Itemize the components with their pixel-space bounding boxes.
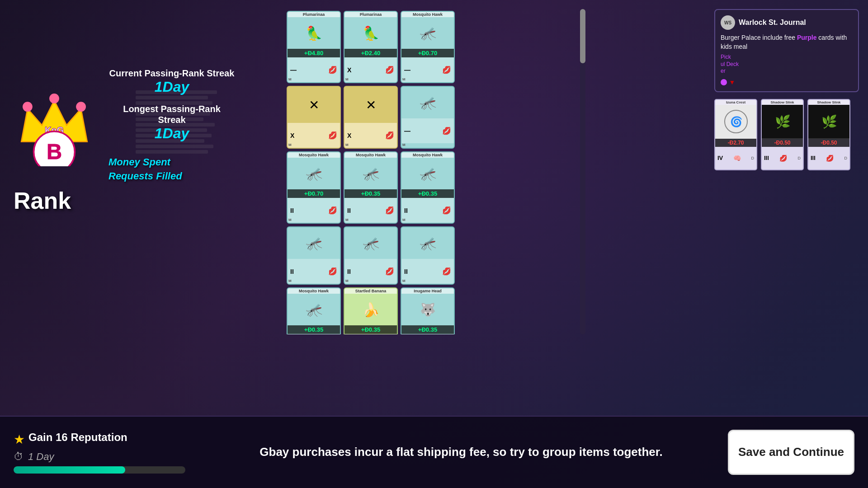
current-streak-value: 1Day (108, 79, 235, 95)
svg-text:✦: ✦ (48, 112, 55, 121)
crown-container: ✦ KoG B (9, 76, 99, 175)
list-item[interactable]: Izuna Crest 🌀 -Ð2.70 IV 🧠 D (714, 99, 757, 170)
bottom-bar: ★ Gain 16 Reputation ⏱ 1 Day Gbay purcha… (0, 416, 868, 488)
journal-dot-row: ▼ (721, 78, 853, 86)
svg-point-2 (49, 94, 59, 103)
journal-title: Warlock St. Journal (739, 19, 806, 27)
journal-logo: WS (721, 15, 735, 30)
streak-info: Current Passing-Rank Streak 1Day Longest… (108, 68, 235, 183)
card-grid-container[interactable]: Plumarinaa 🦜 +Ð4.80 — 💋 M Plumarinaa 🦜 +… (285, 9, 466, 334)
list-item[interactable]: ✕ X 💋 M (287, 86, 341, 149)
list-item[interactable]: Mosquito Hawk 🦟 +Ð0.70 — 💋 M (401, 11, 455, 83)
current-streak-block: Current Passing-Rank Streak 1Day (108, 68, 235, 95)
star-icon: ★ (14, 432, 25, 447)
right-panel: WS Warlock St. Journal Burger Palace inc… (714, 9, 859, 170)
time-value: 1 Day (28, 451, 54, 463)
bottom-center: Gbay purchases incur a flat shipping fee… (208, 445, 714, 460)
journal-arrow-icon: ▼ (729, 79, 735, 86)
requests-filled-label: Requests Filled (108, 169, 235, 183)
svg-point-3 (76, 102, 86, 112)
card-grid: Plumarinaa 🦜 +Ð4.80 — 💋 M Plumarinaa 🦜 +… (285, 9, 466, 334)
scrollbar-thumb[interactable] (580, 9, 585, 63)
list-item[interactable]: 🦟 II 💋 M (344, 226, 398, 285)
scrollbar-track[interactable] (580, 9, 585, 334)
shadow-slink-image-1: 🌿 (769, 108, 796, 135)
right-cards: Izuna Crest 🌀 -Ð2.70 IV 🧠 D Shadow Slink… (714, 99, 859, 170)
svg-text:🌀: 🌀 (730, 116, 742, 128)
list-item[interactable]: 🦟 II 💋 M (401, 226, 455, 285)
list-item[interactable]: Inugame Head 🐺 +Ð0.35 IX 🦋 D (401, 287, 455, 334)
list-item[interactable]: Mosquito Hawk 🦟 +Ð0.35 II 💋 M (344, 151, 398, 224)
list-item[interactable]: 🦟 — 💋 M (401, 86, 455, 149)
svg-point-1 (23, 102, 33, 112)
current-streak-title: Current Passing-Rank Streak (108, 68, 235, 79)
list-item[interactable]: Shadow Slink 🌿 -Ð0.50 III 💋 D (761, 99, 804, 170)
longest-streak-value: 1Day (108, 125, 235, 142)
list-item[interactable]: Mosquito Hawk 🦟 +Ð0.70 II 💋 M (287, 151, 341, 224)
journal-box: WS Warlock St. Journal Burger Palace inc… (714, 9, 859, 92)
tip-text: Gbay purchases incur a flat shipping fee… (208, 445, 714, 460)
journal-content: Burger Palace include free Purple cards … (721, 33, 853, 51)
journal-dot-icon (721, 79, 727, 85)
list-item[interactable]: ✕ X 💋 M (344, 86, 398, 149)
journal-highlight: Purple (797, 34, 817, 41)
svg-text:🌿: 🌿 (774, 114, 790, 129)
journal-tags: Pickul Decker (721, 54, 853, 75)
rank-text: Rank (9, 187, 235, 214)
money-spent-label: Money Spent (108, 155, 235, 169)
list-item[interactable]: Mosquito Hawk 🦟 +Ð0.35 II 💋 M (287, 287, 341, 334)
stats-labels: Money Spent Requests Filled (108, 155, 235, 183)
list-item[interactable]: Plumarinaa 🦜 +Ð2.40 X 💋 M (344, 11, 398, 83)
reputation-text: Gain 16 Reputation (28, 431, 127, 444)
list-item[interactable]: 🦟 II 💋 M (287, 226, 341, 285)
save-continue-button[interactable]: Save and Continue (728, 430, 854, 475)
bottom-left: ★ Gain 16 Reputation ⏱ 1 Day (14, 431, 194, 474)
rank-badge: ✦ KoG B Current Passing-Rank Streak 1Day… (9, 68, 235, 183)
clock-icon: ⏱ (14, 451, 24, 463)
shadow-slink-image-2: 🌿 (816, 108, 843, 135)
time-row: ⏱ 1 Day (14, 451, 194, 463)
longest-streak-title: Longest Passing-Rank Streak (108, 103, 235, 125)
progress-bar-container (14, 466, 185, 474)
list-item[interactable]: Mosquito Hawk 🦟 +Ð0.35 II 💋 M (401, 151, 455, 224)
list-item[interactable]: Shadow Slink 🌿 -Ð0.50 III 💋 D (807, 99, 850, 170)
izuna-crest-image: 🌀 (722, 108, 750, 135)
left-panel: ✦ KoG B Current Passing-Rank Streak 1Day… (9, 68, 235, 214)
progress-bar-fill (14, 466, 125, 474)
svg-text:🌿: 🌿 (821, 114, 837, 129)
crown-svg: ✦ KoG B (9, 76, 99, 166)
journal-header: WS Warlock St. Journal (721, 15, 853, 30)
list-item[interactable]: Plumarinaa 🦜 +Ð4.80 — 💋 M (287, 11, 341, 83)
svg-text:B: B (47, 139, 62, 163)
list-item[interactable]: Startled Banana 🍌 +Ð0.35 I 🦋 A (344, 287, 398, 334)
longest-streak-block: Longest Passing-Rank Streak 1Day (108, 103, 235, 142)
